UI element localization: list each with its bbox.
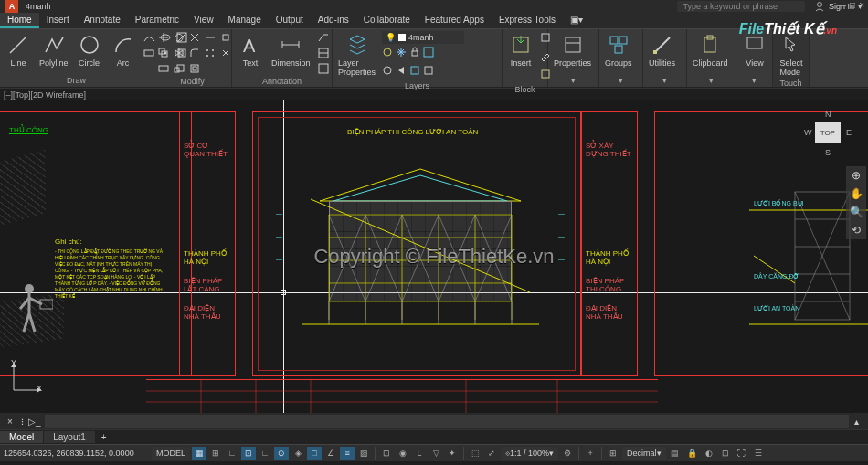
view-cube[interactable]: N S W E TOP bbox=[804, 110, 852, 157]
lock-ui-icon[interactable]: 🔒 bbox=[684, 447, 700, 460]
workspace-icon[interactable]: ⚙ bbox=[560, 447, 575, 460]
polar-icon[interactable]: ⊙ bbox=[274, 447, 289, 460]
tab-view[interactable]: View bbox=[186, 13, 221, 28]
tab-manage[interactable]: Manage bbox=[221, 13, 269, 28]
tool-fillet-icon[interactable] bbox=[188, 47, 202, 60]
customize-icon[interactable]: ☰ bbox=[751, 447, 766, 460]
tool-groups[interactable]: Groups bbox=[603, 31, 634, 69]
tool-text[interactable]: AText bbox=[236, 31, 265, 69]
layer-match-icon[interactable] bbox=[423, 46, 435, 62]
tool-rotate-icon[interactable] bbox=[173, 31, 186, 45]
tool-utilities[interactable]: Utilities bbox=[647, 31, 677, 69]
tool-trim-icon[interactable] bbox=[188, 31, 202, 45]
tab-annotate[interactable]: Annotate bbox=[77, 13, 128, 28]
lineweight-icon[interactable]: ≡ bbox=[340, 447, 355, 460]
panel-label[interactable]: ▾ bbox=[647, 75, 683, 85]
tab-addins[interactable]: Add-ins bbox=[311, 13, 356, 28]
tab-parametric[interactable]: Parametric bbox=[128, 13, 186, 28]
dynamic-input-icon[interactable]: ⊡ bbox=[241, 447, 256, 460]
tool-leader-icon[interactable] bbox=[317, 31, 331, 45]
cmdline-recent-icon[interactable]: ▴ bbox=[849, 417, 864, 427]
viewcube-face[interactable]: TOP bbox=[815, 122, 841, 143]
drawing-canvas[interactable]: THỦ CÔNG Ghi chú: - THI CÔNG LẮP ĐẶT ĐƯỜ… bbox=[0, 100, 868, 413]
tab-output[interactable]: Output bbox=[269, 13, 311, 28]
tool-mirror-icon[interactable] bbox=[173, 47, 186, 60]
layer-walk-icon[interactable] bbox=[423, 64, 435, 80]
annotation-visibility-icon[interactable]: ⬚ bbox=[468, 447, 482, 460]
tab-layout1[interactable]: Layout1 bbox=[44, 431, 95, 443]
dynamic-ucs-icon[interactable]: L bbox=[412, 447, 427, 460]
transparency-icon[interactable]: ▨ bbox=[356, 447, 371, 460]
layer-freeze-icon[interactable] bbox=[396, 46, 408, 62]
navbar-orbit-icon[interactable]: ⟲ bbox=[852, 224, 861, 237]
tool-table-icon[interactable] bbox=[317, 47, 331, 60]
panel-label[interactable]: Touch bbox=[777, 78, 805, 88]
tool-array-icon[interactable] bbox=[204, 47, 217, 60]
isodraft-icon[interactable]: ◈ bbox=[291, 447, 305, 460]
minimize-icon[interactable]: — bbox=[837, 0, 846, 10]
panel-label[interactable]: ▾ bbox=[552, 75, 595, 85]
annotation-monitor-icon[interactable]: + bbox=[583, 447, 598, 460]
tool-line[interactable]: Line bbox=[4, 31, 33, 69]
clean-screen-icon[interactable]: ⛶ bbox=[735, 447, 749, 460]
units-dropdown[interactable]: Decimal ▾ bbox=[622, 447, 666, 460]
tool-arc[interactable]: Arc bbox=[109, 31, 138, 69]
osnap-icon[interactable]: □ bbox=[307, 447, 322, 460]
tool-polyline[interactable]: Polyline bbox=[37, 31, 70, 69]
tab-overflow[interactable]: ▣▾ bbox=[563, 13, 590, 28]
layer-dropdown[interactable]: 💡 4manh bbox=[382, 31, 464, 44]
3dosnap-icon[interactable]: ◉ bbox=[396, 447, 410, 460]
panel-label[interactable]: ▾ bbox=[740, 75, 768, 85]
tool-offset-icon[interactable] bbox=[188, 62, 202, 76]
tool-select-mode[interactable]: Select Mode bbox=[777, 31, 806, 78]
cmdline-handle-icon[interactable]: ⫶ bbox=[16, 417, 28, 427]
tool-insert-block[interactable]: Insert bbox=[506, 31, 535, 69]
tab-model[interactable]: Model bbox=[0, 431, 43, 443]
ortho-icon[interactable]: ∟ bbox=[258, 447, 272, 460]
tool-erase-icon[interactable] bbox=[219, 31, 233, 45]
layer-state-icon[interactable] bbox=[409, 64, 421, 80]
panel-label[interactable]: Annotation bbox=[236, 76, 328, 86]
tab-insert[interactable]: Insert bbox=[39, 13, 77, 28]
panel-label[interactable]: Layers bbox=[336, 80, 498, 90]
tool-layer-properties[interactable]: Layer Properties bbox=[336, 31, 377, 78]
panel-label[interactable]: Modify bbox=[157, 76, 228, 86]
command-input[interactable] bbox=[45, 415, 849, 428]
navbar-steering-icon[interactable]: ⊕ bbox=[852, 169, 861, 182]
units-icon[interactable]: ⊞ bbox=[606, 447, 620, 460]
close-icon[interactable]: × bbox=[859, 0, 864, 10]
panel-label[interactable]: ▾ bbox=[603, 75, 639, 85]
layer-prev-icon[interactable] bbox=[396, 64, 408, 80]
selection-cycling-icon[interactable]: ⊡ bbox=[379, 447, 394, 460]
panel-label[interactable]: Block bbox=[506, 84, 544, 94]
tab-featured-apps[interactable]: Featured Apps bbox=[418, 13, 492, 28]
maximize-icon[interactable]: □ bbox=[850, 0, 855, 10]
quick-properties-icon[interactable]: ▤ bbox=[668, 447, 683, 460]
tab-collaborate[interactable]: Collaborate bbox=[356, 13, 418, 28]
tab-express-tools[interactable]: Express Tools bbox=[492, 13, 563, 28]
tool-copy-icon[interactable] bbox=[157, 47, 171, 60]
help-search[interactable]: Type a keyword or phrase bbox=[677, 1, 805, 12]
infer-icon[interactable]: ∟ bbox=[225, 447, 239, 460]
gizmo-icon[interactable]: ✦ bbox=[445, 447, 460, 460]
status-model-button[interactable]: MODEL bbox=[152, 447, 190, 460]
navbar-zoom-icon[interactable]: 🔍 bbox=[850, 206, 863, 218]
tool-properties[interactable]: Properties bbox=[552, 31, 593, 69]
panel-label[interactable]: ▾ bbox=[691, 75, 732, 85]
hardware-accel-icon[interactable]: ⊡ bbox=[718, 447, 733, 460]
tool-explode-icon[interactable] bbox=[219, 47, 233, 60]
grid-icon[interactable]: ▦ bbox=[192, 447, 206, 460]
panel-label[interactable]: Draw bbox=[4, 75, 149, 85]
cmdline-close-icon[interactable]: × bbox=[4, 417, 16, 427]
snap-icon[interactable]: ⊞ bbox=[208, 447, 223, 460]
tab-home[interactable]: Home bbox=[0, 13, 39, 28]
selection-filter-icon[interactable]: ▽ bbox=[429, 447, 443, 460]
anno-scale[interactable]: ⟐ 1:1 / 100% ▾ bbox=[501, 447, 558, 460]
tool-move-icon[interactable] bbox=[157, 31, 171, 45]
tool-clipboard[interactable]: Clipboard bbox=[691, 31, 730, 69]
coordinates[interactable]: 125654.0326, 260839.1152, 0.0000 bbox=[4, 449, 150, 458]
tool-stretch-icon[interactable] bbox=[157, 62, 171, 76]
layer-lock-icon[interactable] bbox=[409, 46, 421, 62]
navbar-pan-icon[interactable]: ✋ bbox=[850, 187, 863, 200]
tool-dimension[interactable]: Dimension bbox=[270, 31, 312, 69]
